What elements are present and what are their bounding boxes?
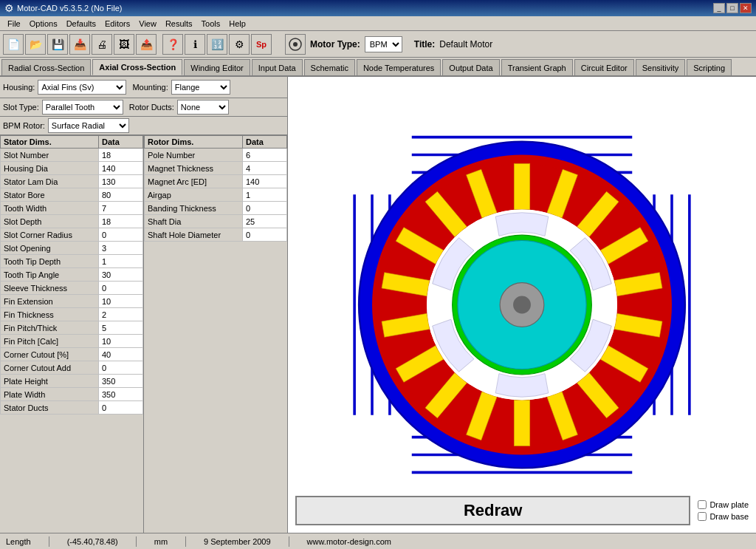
maximize-btn[interactable]: □	[726, 3, 738, 13]
table-row: Housing Dia140	[1, 162, 143, 175]
svg-point-42	[513, 296, 531, 314]
table-row: Slot Depth18	[1, 215, 143, 228]
table-row: Plate Height350	[1, 375, 143, 388]
table-row: Corner Cutout Add0	[1, 361, 143, 375]
table-row: Stator Lam Dia130	[1, 175, 143, 188]
menu-tools[interactable]: Tools	[197, 18, 225, 30]
table-row: Tooth Tip Angle30	[1, 268, 143, 282]
rotor-ducts-label: Rotor Ducts:	[129, 103, 174, 112]
status-website: www.motor-design.com	[307, 537, 391, 546]
open-file-btn[interactable]: 📂	[25, 34, 46, 55]
close-btn[interactable]: ✕	[740, 3, 752, 13]
rotor-col-header: Rotor Dims.	[145, 136, 243, 149]
table-row: Corner Cutout [%]40	[1, 348, 143, 361]
status-unit: mm	[154, 537, 168, 546]
mounting-select[interactable]: Flange End Plate None	[171, 80, 230, 95]
tab-transient[interactable]: Transient Graph	[501, 59, 573, 75]
motor-type-select[interactable]: BPM IM PM SRM	[365, 36, 402, 52]
table-row: Fin Pitch/Thick5	[1, 321, 143, 335]
main-content: Housing: Axial Fins (Sv) Water Jacket No…	[0, 77, 756, 533]
table-row: Shaft Dia25	[145, 215, 287, 228]
right-panel: Redraw Draw plate Draw base	[288, 77, 756, 533]
stator-col-header: Stator Dims.	[1, 136, 99, 149]
draw-plate-label: Draw plate	[709, 500, 749, 509]
tab-axial[interactable]: Axial Cross-Section	[92, 59, 182, 75]
draw-base-checkbox[interactable]	[698, 512, 707, 521]
tab-node-temps[interactable]: Node Temperatures	[357, 59, 441, 75]
data-table-container: Stator Dims. Data Slot Number18Housing D…	[0, 135, 287, 533]
svg-rect-29	[514, 400, 529, 446]
title-label: Title:	[414, 39, 435, 50]
table-row: Banding Thickness0	[145, 202, 287, 215]
title-value: Default Motor	[439, 39, 492, 50]
housing-select[interactable]: Axial Fins (Sv) Water Jacket None	[38, 80, 126, 95]
table-row: Slot Opening3	[1, 242, 143, 255]
stator-table: Stator Dims. Data Slot Number18Housing D…	[0, 135, 143, 415]
tab-circuit[interactable]: Circuit Editor	[574, 59, 634, 75]
stator-table-col: Stator Dims. Data Slot Number18Housing D…	[0, 135, 144, 533]
redraw-button[interactable]: Redraw	[295, 496, 690, 525]
print-preview-btn[interactable]: 🖼	[114, 34, 134, 55]
table-row: Fin Thickness2	[1, 308, 143, 321]
table-row: Pole Number6	[145, 149, 287, 162]
housing-label: Housing:	[3, 83, 35, 92]
settings-btn[interactable]: ⚙	[229, 34, 250, 55]
tab-schematic[interactable]: Schematic	[304, 59, 355, 75]
menu-file[interactable]: File	[3, 18, 25, 30]
status-coords: (-45.40,78.48)	[67, 537, 118, 546]
menu-options[interactable]: Options	[25, 18, 62, 30]
controls-row: Housing: Axial Fins (Sv) Water Jacket No…	[0, 77, 287, 98]
app-icon: ⚙	[4, 2, 14, 14]
slot-type-select[interactable]: Parallel Tooth Parallel Slot Rectangular	[42, 100, 123, 115]
tab-input[interactable]: Input Data	[252, 59, 303, 75]
table-row: Magnet Thickness4	[145, 162, 287, 175]
redraw-area: Redraw Draw plate Draw base	[288, 496, 756, 525]
motor-type-label: Motor Type:	[310, 39, 360, 50]
slot-type-label: Slot Type:	[3, 103, 39, 112]
tab-sensitivity[interactable]: Sensitivity	[636, 59, 686, 75]
info-btn[interactable]: ℹ	[185, 34, 205, 55]
print-btn[interactable]: 🖨	[92, 34, 112, 55]
bpm-rotor-select[interactable]: Surface Radial Interior Spoke	[48, 118, 129, 133]
svg-rect-20	[514, 163, 529, 209]
table-row: Plate Width350	[1, 388, 143, 401]
draw-base-label: Draw base	[709, 512, 749, 521]
tab-radial[interactable]: Radial Cross-Section	[1, 59, 91, 75]
save-as-btn[interactable]: 📥	[69, 34, 90, 55]
table-row: Fin Extension10	[1, 295, 143, 308]
menu-results[interactable]: Results	[161, 18, 197, 30]
new-file-btn[interactable]: 📄	[3, 34, 24, 55]
status-length: Length	[6, 537, 31, 546]
export-btn[interactable]: 📤	[136, 34, 157, 55]
table-row: Sleeve Thickness0	[1, 282, 143, 295]
title-bar: ⚙ Motor-CAD v5.3.5.2 (No File) _ □ ✕	[0, 0, 756, 16]
toolbar: 📄 📂 💾 📥 🖨 🖼 📤 ❓ ℹ 🔢 ⚙ Sp Motor Type: BPM…	[0, 31, 756, 58]
menu-bar: File Options Defaults Editors View Resul…	[0, 16, 756, 31]
rotor-data-header: Data	[243, 136, 287, 149]
tab-winding[interactable]: Winding Editor	[184, 59, 250, 75]
menu-view[interactable]: View	[134, 18, 161, 30]
stator-data-header: Data	[99, 136, 143, 149]
rotor-table-col: Rotor Dims. Data Pole Number6Magnet Thic…	[144, 135, 287, 533]
script-btn[interactable]: Sp	[251, 34, 272, 55]
tab-output[interactable]: Output Data	[442, 59, 499, 75]
draw-plate-checkbox[interactable]	[698, 500, 707, 509]
motor-icon	[285, 34, 306, 55]
bpm-rotor-label: BPM Rotor:	[3, 121, 45, 130]
help-btn[interactable]: ❓	[162, 34, 183, 55]
tab-scripting[interactable]: Scripting	[687, 59, 732, 75]
rotor-ducts-select[interactable]: None Round Rectangular	[177, 100, 229, 115]
calculator-btn[interactable]: 🔢	[207, 34, 227, 55]
tabs-row: Radial Cross-Section Axial Cross-Section…	[0, 58, 756, 77]
minimize-btn[interactable]: _	[713, 3, 725, 13]
controls-row-3: BPM Rotor: Surface Radial Interior Spoke	[0, 117, 287, 135]
menu-help[interactable]: Help	[224, 18, 250, 30]
status-bar: Length (-45.40,78.48) mm 9 September 200…	[0, 533, 756, 549]
controls-row-2: Slot Type: Parallel Tooth Parallel Slot …	[0, 98, 287, 117]
left-panel: Housing: Axial Fins (Sv) Water Jacket No…	[0, 77, 288, 533]
checkbox-group: Draw plate Draw base	[698, 500, 749, 521]
menu-defaults[interactable]: Defaults	[62, 18, 100, 30]
menu-editors[interactable]: Editors	[100, 18, 134, 30]
motor-visualization	[295, 84, 749, 525]
save-file-btn[interactable]: 💾	[47, 34, 68, 55]
